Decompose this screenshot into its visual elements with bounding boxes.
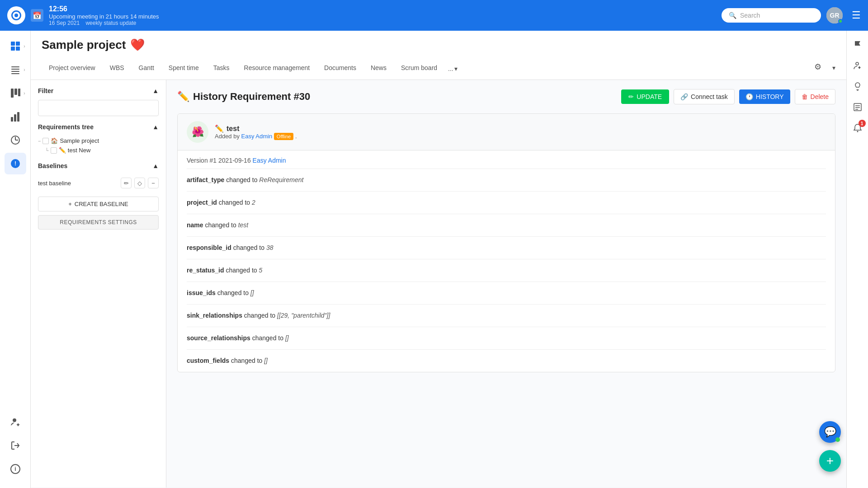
nav-scrum-board[interactable]: Scrum board: [394, 60, 444, 77]
nav-project-overview[interactable]: Project overview: [42, 60, 103, 77]
sidebar-item-analytics[interactable]: [5, 129, 26, 151]
history-card-header: 🌺 ✏️ test Added by Easy Admin Offlin: [178, 114, 835, 150]
requirements-settings-button[interactable]: REQUIREMENTS SETTINGS: [38, 215, 159, 230]
change-issue-ids: issue_ids changed to []: [187, 282, 826, 305]
svg-rect-9: [14, 89, 17, 95]
changed-to-text-7: changed to: [244, 312, 277, 319]
change-project-id: project_id changed to 2: [187, 192, 826, 214]
field-responsible-id: responsible_id: [187, 244, 231, 251]
baselines-chevron[interactable]: ▲: [152, 162, 159, 169]
notification-icon[interactable]: [849, 119, 867, 137]
tree-toggle-child[interactable]: └: [45, 148, 49, 153]
delete-button[interactable]: 🗑 Delete: [795, 89, 835, 104]
project-title: Sample project ❤️: [42, 38, 835, 52]
sidebar-item-list[interactable]: ›: [5, 59, 26, 80]
nav-more[interactable]: ... ▾: [444, 61, 461, 77]
version-header: Version #1 2021-09-16 Easy Admin: [187, 150, 826, 169]
svg-text:!: !: [14, 160, 16, 167]
nav-date: 16 Sep 2021 weekly status update: [49, 20, 722, 26]
logo[interactable]: [7, 6, 25, 24]
chat-fab-button[interactable]: 💬: [819, 421, 841, 443]
settings-chevron[interactable]: ▾: [832, 64, 835, 71]
sidebar-item-add-user[interactable]: [5, 411, 26, 433]
hamburger-menu[interactable]: ☰: [852, 9, 861, 21]
calendar-icon[interactable]: 📅: [31, 9, 43, 22]
nav-gantt[interactable]: Gantt: [132, 60, 161, 77]
create-baseline-button[interactable]: + CREATE BASELINE: [38, 197, 159, 211]
nav-spent-time[interactable]: Spent time: [161, 60, 206, 77]
tree-toggle[interactable]: −: [38, 138, 41, 144]
flag-icon[interactable]: [849, 36, 867, 54]
connect-task-label: Connect task: [691, 93, 728, 100]
bulb-icon[interactable]: [849, 77, 867, 95]
nav-wbs[interactable]: WBS: [103, 60, 132, 77]
top-nav: 📅 12:56 Upcoming meeting in 21 hours 14 …: [0, 0, 868, 31]
value-custom-fields: []: [264, 357, 268, 364]
nav-documents[interactable]: Documents: [317, 60, 363, 77]
value-name: test: [238, 221, 249, 229]
field-name: name: [187, 221, 203, 229]
sidebar-item-about[interactable]: i: [5, 458, 26, 480]
change-responsible-id: responsible_id changed to 38: [187, 237, 826, 259]
admin-link[interactable]: Easy Admin: [241, 133, 273, 140]
tree-checkbox-child[interactable]: [51, 147, 57, 154]
expand-arrow: ›: [24, 91, 25, 96]
req-tree-chevron[interactable]: ▲: [152, 123, 159, 131]
changed-to-text-9: changed to: [231, 357, 264, 364]
sidebar-item-board[interactable]: ›: [5, 82, 26, 104]
search-box[interactable]: 🔍 Search: [722, 8, 821, 23]
content-area: Filter ▲ Requirements tree ▲ − 🏠 Sample …: [31, 80, 846, 488]
field-artifact-type: artifact_type: [187, 176, 224, 183]
tree-label-sample-project: Sample project: [60, 137, 99, 144]
filter-chevron-up[interactable]: ▲: [152, 87, 159, 94]
connect-task-button[interactable]: 🔗 Connect task: [674, 89, 735, 104]
field-re-status-id: re_status_id: [187, 267, 224, 274]
change-name: name changed to test: [187, 214, 826, 237]
nav-resource-management[interactable]: Resource management: [237, 60, 317, 77]
link-icon: 🔗: [680, 93, 688, 100]
tree-item-test-new[interactable]: └ ✏️ test New: [45, 145, 159, 155]
nav-news[interactable]: News: [363, 60, 394, 77]
changed-to-text-1: changed to: [226, 176, 259, 183]
tree-checkbox[interactable]: [42, 138, 49, 144]
user-avatar[interactable]: GR: [826, 7, 843, 23]
filter-input[interactable]: [38, 100, 159, 116]
baseline-minus-btn[interactable]: −: [148, 178, 159, 188]
changed-to-text-5: changed to: [226, 267, 259, 274]
project-header: Sample project ❤️ Project overview WBS G…: [31, 31, 846, 80]
left-panel: Filter ▲ Requirements tree ▲ − 🏠 Sample …: [31, 80, 166, 488]
update-pencil-icon: ✏: [628, 93, 634, 100]
sidebar-item-logout[interactable]: [5, 435, 26, 456]
sidebar-item-chart[interactable]: [5, 106, 26, 127]
sidebar-item-info[interactable]: !: [5, 153, 26, 174]
add-fab-button[interactable]: +: [819, 450, 841, 472]
dot-separator: .: [295, 133, 297, 140]
sidebar-item-dashboard[interactable]: ›: [5, 35, 26, 57]
version-admin-link[interactable]: Easy Admin: [253, 157, 286, 164]
baselines-section: Baselines ▲ test baseline ✏ ◇ − + CREATE…: [38, 162, 159, 230]
update-button[interactable]: ✏ UPDATE: [621, 89, 669, 104]
baseline-diamond-btn[interactable]: ◇: [134, 178, 145, 188]
baseline-edit-btn[interactable]: ✏: [121, 178, 132, 188]
baseline-name: test baseline: [38, 180, 71, 187]
tree-item-sample-project[interactable]: − 🏠 Sample project: [38, 136, 159, 145]
search-icon: 🔍: [729, 12, 736, 19]
history-header: ✏️ History Requirement #30 ✏ UPDATE 🔗 Co…: [177, 89, 835, 104]
history-button[interactable]: 🕐 HISTORY: [739, 89, 790, 104]
settings-gear-icon[interactable]: ⚙: [807, 57, 829, 78]
person-settings-icon[interactable]: [849, 56, 867, 75]
svg-rect-7: [11, 73, 19, 74]
version-text: Version #1 2021-09-16: [187, 157, 251, 164]
create-baseline-label: CREATE BASELINE: [75, 201, 128, 207]
sidebar-bottom: i: [5, 410, 26, 484]
svg-rect-1: [16, 42, 20, 46]
add-plus-icon: +: [826, 454, 834, 468]
svg-rect-2: [11, 47, 15, 51]
field-custom-fields: custom_fields: [187, 357, 229, 364]
svg-point-20: [856, 62, 859, 65]
tasks-list-icon[interactable]: [849, 98, 867, 116]
nav-tasks[interactable]: Tasks: [206, 60, 237, 77]
date-extra: weekly status update: [85, 20, 136, 26]
history-meta: ✏️ test Added by Easy Admin Offline .: [215, 124, 297, 140]
history-content: Version #1 2021-09-16 Easy Admin artifac…: [178, 150, 835, 372]
